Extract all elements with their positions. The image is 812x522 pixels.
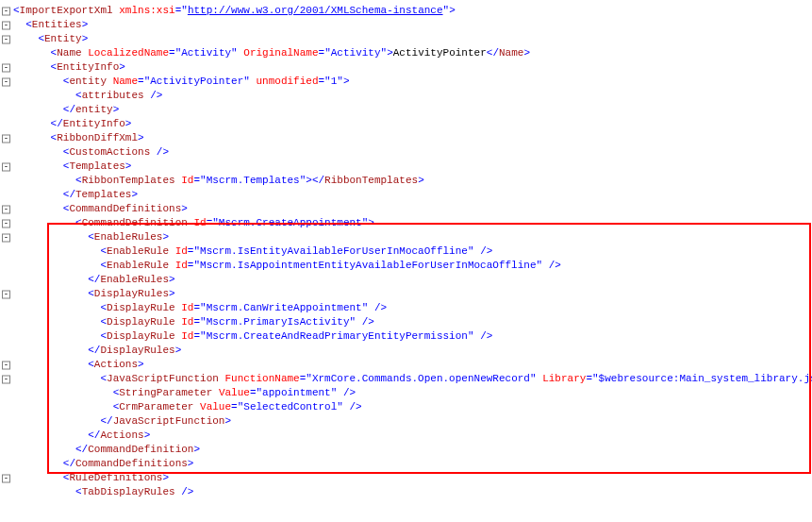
code-line: - <entity Name="ActivityPointer" unmodif… [0, 75, 812, 89]
code-line: - <Entity> [0, 32, 812, 46]
code-line: - <DisplayRules> [0, 287, 812, 301]
code-line: </entity> [0, 103, 812, 117]
fold-toggle-icon[interactable]: - [2, 162, 10, 171]
fold-toggle-icon[interactable]: - [2, 290, 10, 298]
code-line: </EntityInfo> [0, 117, 812, 131]
code-line: <RibbonTemplates Id="Mscrm.Templates"></… [0, 174, 812, 188]
code-line: <TabDisplayRules /> [0, 485, 812, 499]
code-line: - <Actions> [0, 358, 812, 372]
code-line: - <JavaScriptFunction FunctionName="XrmC… [0, 372, 812, 386]
fold-toggle-icon[interactable]: - [2, 233, 10, 242]
code-line: </JavaScriptFunction> [0, 414, 812, 429]
code-line: <Name LocalizedName="Activity" OriginalN… [0, 46, 812, 60]
code-line: <EnableRule Id="Mscrm.IsEntityAvailableF… [0, 244, 812, 259]
fold-toggle-icon[interactable]: - [2, 474, 10, 482]
code-line: - <EnableRules> [0, 230, 812, 244]
code-line: <CrmParameter Value="SelectedControl" /> [0, 400, 812, 414]
xml-code-view: -<ImportExportXml xmlns:xsi="http://www.… [0, 0, 812, 522]
code-line: <StringParameter Value="appointment" /> [0, 386, 812, 400]
fold-toggle-icon[interactable]: - [2, 134, 10, 143]
code-line: -<ImportExportXml xmlns:xsi="http://www.… [0, 4, 812, 18]
fold-toggle-icon[interactable]: - [2, 63, 10, 72]
code-line: <DisplayRule Id="Mscrm.CanWriteAppointme… [0, 301, 812, 315]
code-line: </EnableRules> [0, 273, 812, 287]
code-line: <DisplayRule Id="Mscrm.CreateAndReadPrim… [0, 329, 812, 344]
code-line: - <Templates> [0, 160, 812, 174]
code-line: - <EntityInfo> [0, 60, 812, 75]
code-line: - <RibbonDiffXml> [0, 131, 812, 145]
code-line: <EnableRule Id="Mscrm.IsAppointmentEntit… [0, 259, 812, 273]
code-line: <DisplayRule Id="Mscrm.PrimaryIsActivity… [0, 315, 812, 329]
fold-toggle-icon[interactable]: - [2, 21, 10, 29]
code-line: </CommandDefinition> [0, 443, 812, 457]
code-line: </CommandDefinitions> [0, 457, 812, 471]
code-line: </Actions> [0, 429, 812, 443]
fold-toggle-icon[interactable]: - [2, 205, 10, 213]
code-line: <CustomActions /> [0, 145, 812, 160]
code-line: </Templates> [0, 188, 812, 202]
code-line: - <CommandDefinition Id="Mscrm.CreateApp… [0, 216, 812, 230]
fold-toggle-icon[interactable]: - [2, 35, 10, 43]
fold-toggle-icon[interactable]: - [2, 375, 10, 383]
code-line: - <Entities> [0, 18, 812, 32]
fold-toggle-icon[interactable]: - [2, 219, 10, 227]
code-line: </DisplayRules> [0, 344, 812, 358]
code-line: <attributes /> [0, 89, 812, 103]
code-line: - <CommandDefinitions> [0, 202, 812, 216]
fold-toggle-icon[interactable]: - [2, 7, 10, 15]
fold-toggle-icon[interactable]: - [2, 77, 10, 86]
fold-toggle-icon[interactable]: - [2, 361, 10, 369]
code-line: - <RuleDefinitions> [0, 471, 812, 485]
